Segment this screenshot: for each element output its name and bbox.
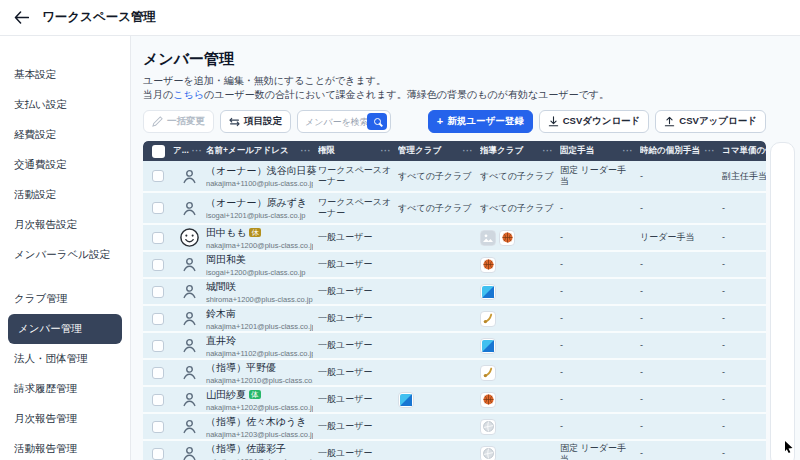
member-name: （オーナー）原みずき <box>206 196 307 210</box>
teaching-club-cell <box>480 284 560 300</box>
sidebar-item-payment-settings[interactable]: 支払い設定 <box>0 90 122 120</box>
toolbar: 一括変更 項目設定 + 新規ユーザー登録 CSVダウンロード <box>143 110 766 133</box>
per-unit-allowance-cell: - <box>722 340 766 351</box>
hourly-allowance-cell: - <box>640 448 722 459</box>
search-button[interactable] <box>367 113 387 130</box>
member-row[interactable]: 山田紗夏体nakajima+1202@plus-class.co.jp一般ユーザ… <box>143 387 766 414</box>
fixed-allowance-cell: - <box>560 421 640 432</box>
row-checkbox[interactable] <box>152 170 164 182</box>
member-row[interactable]: 鈴木南nakajima+1201@plus-class.co.jp一般ユーザー-… <box>143 306 766 333</box>
person-avatar-icon <box>181 337 198 354</box>
new-user-label: 新規ユーザー登録 <box>447 115 523 128</box>
kochira-link[interactable]: こちら <box>173 89 204 100</box>
member-row[interactable]: 城間咲shiroma+1200@plus-class.co.jp一般ユーザー--… <box>143 279 766 306</box>
sidebar-item-club-management[interactable]: クラブ管理 <box>0 284 122 314</box>
column-menu-button[interactable]: ··· <box>705 146 716 156</box>
back-button[interactable] <box>14 11 29 24</box>
column-menu-button[interactable]: ··· <box>623 146 634 156</box>
hourly-allowance-cell: - <box>640 203 722 214</box>
name-email-cell: 城間咲shiroma+1200@plus-class.co.jp <box>206 280 318 304</box>
row-select-cell <box>143 232 173 244</box>
club-icon-flag <box>480 284 496 300</box>
row-checkbox[interactable] <box>152 259 164 271</box>
sidebar-item-member-management[interactable]: メンバー管理 <box>8 314 122 344</box>
member-row[interactable]: 岡田和美isogai+1200@plus-class.co.jp一般ユーザー--… <box>143 252 766 279</box>
sidebar-item-activity-settings[interactable]: 活動設定 <box>0 180 122 210</box>
row-checkbox[interactable] <box>152 394 164 406</box>
role-cell: 一般ユーザー <box>318 259 398 270</box>
sidebar-item-billing-history-management[interactable]: 請求履歴管理 <box>0 374 122 404</box>
person-avatar-icon <box>181 445 198 460</box>
csv-download-label: CSVダウンロード <box>563 115 641 128</box>
row-checkbox[interactable] <box>152 202 164 214</box>
row-checkbox[interactable] <box>152 421 164 433</box>
member-row[interactable]: （指導）佐々木ゆうきnakajima+1203@plus-class.co.jp… <box>143 414 766 441</box>
row-checkbox[interactable] <box>152 367 164 379</box>
avatar-cell <box>173 283 206 300</box>
search-box <box>297 110 391 133</box>
per-unit-allowance-cell: - <box>722 286 766 297</box>
row-select-cell <box>143 259 173 271</box>
fixed-allowance-cell: - <box>560 394 640 405</box>
sidebar-item-monthly-report-management[interactable]: 月次報告管理 <box>0 404 122 434</box>
hourly-allowance-cell: - <box>640 367 722 378</box>
club-icon-photo <box>480 230 496 246</box>
sidebar-item-expense-settings[interactable]: 経費設定 <box>0 120 122 150</box>
person-avatar-icon <box>181 418 198 435</box>
row-checkbox[interactable] <box>152 448 164 460</box>
sidebar-item-corporate-group-management[interactable]: 法人・団体管理 <box>0 344 122 374</box>
vertical-scrollbar[interactable] <box>770 142 795 460</box>
person-avatar-icon <box>181 200 198 217</box>
fixed-allowance-cell: - <box>560 259 640 270</box>
club-icon-basketball <box>480 392 496 408</box>
member-row[interactable]: （指導）佐藤彩子nakajima+1204@plus-class.co.jp一般… <box>143 441 766 460</box>
bulk-change-button[interactable]: 一括変更 <box>143 110 214 133</box>
sidebar-item-monthly-report-settings[interactable]: 月次報告設定 <box>0 210 122 240</box>
member-row[interactable]: （指導）平野優nakajima+12010@plus-class.co.jp一般… <box>143 360 766 387</box>
column-menu-button[interactable]: ··· <box>301 146 312 156</box>
sidebar-item-member-label-settings[interactable]: メンバーラベル設定 <box>0 240 122 270</box>
member-email: nakajima+1204@plus-class.co.jp <box>206 457 313 460</box>
member-row[interactable]: （オーナー）原みずきisogai+1201@plus-class.co.jpワー… <box>143 193 766 225</box>
row-checkbox[interactable] <box>152 340 164 352</box>
member-row[interactable]: 田中もも休nakajima+1200@plus-class.co.jp一般ユーザ… <box>143 225 766 252</box>
members-table: ア...···名前+メールアドレス···権限···管理クラブ···指導クラブ··… <box>143 141 766 460</box>
row-checkbox[interactable] <box>152 232 164 244</box>
fixed-allowance-cell: - <box>560 232 640 243</box>
column-label: 固定手当 <box>560 145 594 157</box>
person-avatar-icon <box>181 168 198 185</box>
column-menu-button[interactable]: ··· <box>381 146 392 156</box>
per-unit-allowance-cell: - <box>722 232 766 243</box>
teaching-club-cell <box>480 419 560 435</box>
csv-download-button[interactable]: CSVダウンロード <box>539 110 650 133</box>
teaching-club-cell <box>480 230 560 246</box>
member-row[interactable]: 直井玲nakajima+1102@plus-class.co.jp一般ユーザー-… <box>143 333 766 360</box>
column-settings-button[interactable]: 項目設定 <box>220 110 291 133</box>
row-checkbox[interactable] <box>152 286 164 298</box>
column-menu-button[interactable]: ··· <box>463 146 474 156</box>
member-row[interactable]: （オーナー）浅谷向日葵nakajima+1100@plus-class.co.j… <box>143 161 766 193</box>
member-name: 田中もも <box>206 226 246 240</box>
avatar-cell <box>173 337 206 354</box>
sidebar-item-activity-report-management[interactable]: 活動報告管理 <box>0 434 122 460</box>
select-all-checkbox[interactable] <box>152 145 165 158</box>
page-description-line1: ユーザーを追加・編集・無効にすることができます。 <box>143 74 800 88</box>
row-checkbox[interactable] <box>152 313 164 325</box>
column-label: 権限 <box>318 145 335 157</box>
column-header-name-email: 名前+メールアドレス··· <box>206 145 318 157</box>
role-cell: 一般ユーザー <box>318 313 398 324</box>
fixed-allowance-cell: 固定 リーダー手当 <box>560 443 640 460</box>
back-arrow-icon <box>14 11 29 24</box>
sidebar-item-basic-settings[interactable]: 基本設定 <box>0 60 122 90</box>
column-label: ア... <box>173 145 189 157</box>
column-menu-button[interactable]: ··· <box>192 146 203 156</box>
teaching-club-cell <box>480 338 560 354</box>
column-menu-button[interactable]: ··· <box>543 146 554 156</box>
sidebar-item-transport-expense-settings[interactable]: 交通費設定 <box>0 150 122 180</box>
new-user-button[interactable]: + 新規ユーザー登録 <box>428 110 533 133</box>
csv-upload-button[interactable]: CSVアップロード <box>655 110 766 133</box>
csv-upload-icon <box>664 116 675 127</box>
person-avatar-icon <box>181 391 198 408</box>
name-email-cell: 山田紗夏体nakajima+1202@plus-class.co.jp <box>206 388 318 412</box>
search-input[interactable] <box>305 117 367 127</box>
